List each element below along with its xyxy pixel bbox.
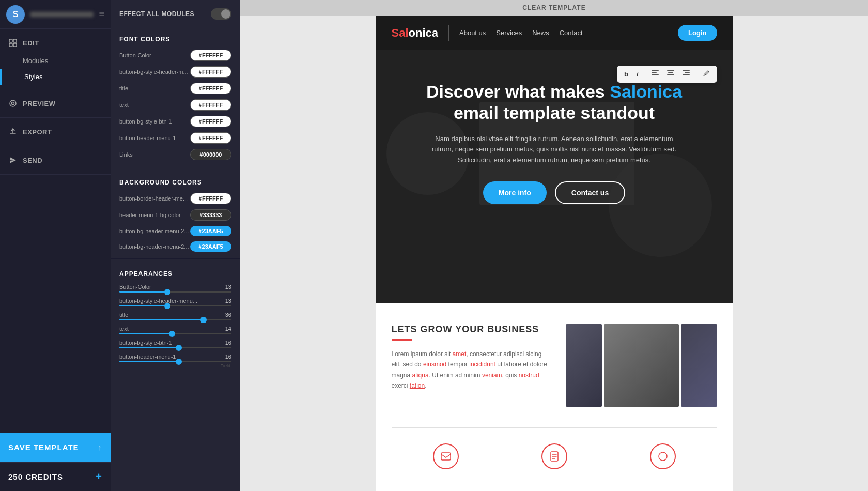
sidebar-header: S ≡	[0, 0, 111, 29]
svg-rect-0	[9, 39, 12, 42]
color-chip-button-bg-header[interactable]: #FFFFFF	[190, 66, 231, 78]
link-eiusmod[interactable]: eiusmod	[423, 361, 446, 368]
hero-title: Discover what makes Salonica email templ…	[397, 81, 712, 124]
slider-track-bg-header-menu[interactable]	[119, 305, 231, 306]
svg-rect-8	[652, 74, 659, 75]
color-row-button-color: Button-Color #FFFFFF	[111, 47, 240, 64]
icon-item-3	[650, 443, 676, 469]
color-chip-text[interactable]: #FFFFFF	[190, 99, 231, 111]
color-chip-btn1[interactable]: #FFFFFF	[190, 116, 231, 127]
nav-section-send: SEND	[0, 146, 111, 175]
slider-track-header-menu1[interactable]	[119, 361, 231, 362]
edit-icon	[8, 38, 18, 48]
nav-item-preview[interactable]: PREVIEW	[0, 94, 111, 113]
svg-rect-2	[9, 43, 12, 47]
color-label-title: title	[119, 85, 190, 91]
slider-row-text: text 14	[111, 324, 240, 337]
slider-val-header-menu1: 16	[225, 354, 231, 360]
business-image-small-1	[566, 324, 602, 407]
nav-contact[interactable]: Contact	[560, 29, 583, 37]
svg-rect-14	[683, 74, 690, 75]
eyedropper-button[interactable]	[701, 69, 712, 80]
color-row-title: title #FFFFFF	[111, 80, 240, 97]
align-center-button[interactable]	[665, 69, 676, 80]
nav-item-edit[interactable]: EDIT	[0, 33, 111, 53]
nav-services[interactable]: Services	[496, 29, 522, 37]
slider-track-btn1[interactable]	[119, 347, 231, 348]
link-amet[interactable]: amet	[453, 350, 467, 358]
slider-thumb-bg-header-menu[interactable]	[164, 303, 171, 309]
nav-item-send[interactable]: SEND	[0, 150, 111, 170]
business-images	[566, 324, 717, 407]
business-section: LETS GROW YOUR BUSINESS Lorem ipsum dolo…	[376, 303, 733, 427]
business-heading: LETS GROW YOUR BUSINESS	[392, 324, 550, 335]
hero-title-highlight: Salonica	[610, 82, 682, 101]
color-chip-button-border[interactable]: #FFFFFF	[190, 193, 231, 204]
email-preview-container[interactable]: Salonica About us Services News Contact …	[240, 16, 868, 491]
login-button[interactable]: Login	[678, 25, 717, 41]
field-label: Field	[119, 363, 231, 369]
slider-thumb-header-menu1[interactable]	[176, 359, 182, 365]
link-tation[interactable]: tation	[410, 382, 425, 389]
slider-thumb-btn1[interactable]	[176, 345, 182, 351]
color-label-button-bg-header: button-bg-style-header-m...	[119, 69, 190, 75]
slider-track-button-color[interactable]	[119, 291, 231, 293]
styles-subitem[interactable]: Styles	[0, 69, 111, 85]
color-chip-btn-bg-menu2a[interactable]: #23AAF5	[190, 226, 231, 236]
left-sidebar: S ≡ EDIT Modules Styles PREVIEW EXPORT	[0, 0, 111, 491]
slider-row-button-color: Button-Color 13	[111, 282, 240, 296]
business-underline	[392, 339, 412, 341]
save-template-arrow-icon: ↑	[98, 443, 103, 452]
preview-icon	[8, 99, 18, 108]
color-chip-links[interactable]: #000000	[190, 149, 231, 160]
email-header: Salonica About us Services News Contact …	[376, 16, 733, 50]
sidebar-title	[30, 12, 94, 17]
link-aliqua[interactable]: aliqua	[412, 372, 429, 379]
effect-all-toggle[interactable]	[211, 8, 231, 20]
align-left-button[interactable]	[649, 69, 661, 80]
icon-circle-2	[541, 443, 567, 469]
slider-thumb-title[interactable]	[200, 317, 207, 323]
appearances-title: APPEARANCES	[111, 263, 240, 282]
svg-rect-11	[667, 74, 674, 75]
credits-button[interactable]: 250 CREDITS +	[0, 462, 111, 491]
color-chip-button-color[interactable]: #FFFFFF	[190, 50, 231, 61]
text-toolbar: b i	[617, 66, 717, 83]
slider-thumb-button-color[interactable]	[164, 289, 171, 295]
color-row-button-border: button-border-header-me... #FFFFFF	[111, 190, 240, 207]
slider-val-bg-header-menu: 13	[225, 298, 231, 304]
color-chip-header-bg[interactable]: #333333	[190, 209, 231, 221]
slider-thumb-text[interactable]	[169, 331, 175, 337]
contact-us-button[interactable]: Contact us	[555, 181, 625, 204]
nav-item-export[interactable]: EXPORT	[0, 122, 111, 142]
color-chip-btn-bg-menu2b[interactable]: #23AAF5	[190, 241, 231, 252]
link-incididunt[interactable]: incididunt	[469, 361, 495, 368]
slider-label-bg-header-menu: button-bg-style-header-menu...	[119, 298, 197, 304]
align-right-button[interactable]	[680, 69, 692, 80]
clear-template-bar[interactable]: CLEAR TEMPLATE	[240, 0, 868, 16]
slider-track-title[interactable]	[119, 319, 231, 320]
italic-button[interactable]: i	[634, 69, 641, 79]
nav-about[interactable]: About us	[459, 29, 486, 37]
save-template-button[interactable]: SAVE TEMPLATE ↑	[0, 433, 111, 462]
bold-button[interactable]: b	[622, 69, 630, 79]
hamburger-icon[interactable]: ≡	[99, 9, 104, 20]
logo-onica: onica	[409, 26, 438, 39]
slider-fill-bg-header-menu	[119, 305, 167, 306]
effect-all-row: EFFECT ALL MODULES	[111, 0, 240, 28]
email-logo-area: Salonica About us Services News Contact	[392, 25, 583, 41]
icons-row	[376, 428, 733, 485]
link-veniam[interactable]: veniam	[482, 372, 502, 379]
middle-panel: EFFECT ALL MODULES FONT COLORS Button-Co…	[111, 0, 240, 491]
preview-label: PREVIEW	[23, 100, 55, 108]
nav-news[interactable]: News	[532, 29, 549, 37]
slider-row-title: title 36	[111, 310, 240, 324]
link-nostrud[interactable]: nostrud	[519, 372, 539, 379]
more-info-button[interactable]: More info	[483, 181, 547, 204]
modules-subitem[interactable]: Modules	[0, 53, 111, 69]
slider-track-text[interactable]	[119, 333, 231, 334]
color-chip-header-menu1[interactable]: #FFFFFF	[190, 132, 231, 144]
email-nav: About us Services News Contact	[459, 29, 583, 37]
color-chip-title[interactable]: #FFFFFF	[190, 83, 231, 94]
hero-section: b i	[376, 50, 733, 303]
